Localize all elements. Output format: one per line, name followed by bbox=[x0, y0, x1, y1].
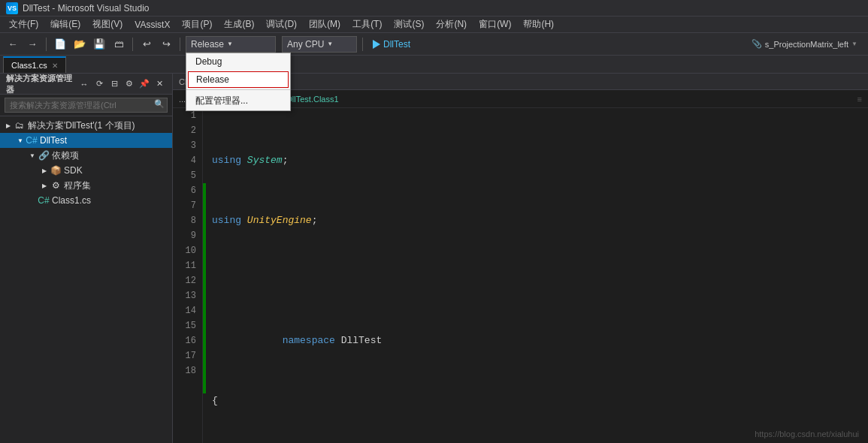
tab-close-button[interactable]: ✕ bbox=[52, 62, 58, 70]
redo-button[interactable]: ↪ bbox=[158, 36, 174, 53]
sidebar-header: 解决方案资源管理器 ↔ ⟳ ⊟ ⚙ 📌 ✕ bbox=[0, 74, 172, 95]
asm-label: 程序集 bbox=[64, 179, 91, 192]
menu-team[interactable]: 团队(M) bbox=[303, 17, 346, 33]
ln-6: 6 bbox=[176, 183, 196, 198]
line-numbers: 1 2 3 4 5 6 7 8 9 10 11 12 13 14 15 16 1… bbox=[173, 108, 203, 443]
menu-file[interactable]: 文件(F) bbox=[3, 17, 44, 33]
asm-icon: ⚙ bbox=[50, 179, 62, 191]
sidebar-search-input[interactable] bbox=[5, 98, 168, 113]
code-editor[interactable]: 1 2 3 4 5 6 7 8 9 10 11 12 13 14 15 16 1… bbox=[173, 108, 868, 443]
project-label: DllTest bbox=[40, 135, 67, 146]
sidebar-props-btn[interactable]: ⚙ bbox=[122, 77, 136, 91]
ln-2: 2 bbox=[176, 123, 196, 138]
class-selector: DllTest.Class1 bbox=[286, 95, 339, 104]
tab-bar: Class1.cs ✕ bbox=[0, 56, 868, 74]
menu-window[interactable]: 窗口(W) bbox=[473, 17, 517, 33]
menu-test[interactable]: 测试(S) bbox=[388, 17, 430, 33]
tree-assemblies[interactable]: ▶ ⚙ 程序集 bbox=[0, 178, 172, 193]
attach-target: s_ProjectionMatrix_left bbox=[765, 40, 848, 49]
code-line-5: { bbox=[212, 393, 862, 408]
save-all-button[interactable]: 🗃 bbox=[110, 36, 127, 53]
project-icon: C# bbox=[26, 134, 38, 146]
platform-select[interactable]: Any CPU ▼ bbox=[282, 36, 357, 53]
ln-16: 16 bbox=[176, 333, 196, 348]
menu-tools[interactable]: 工具(T) bbox=[346, 17, 388, 33]
run-button[interactable]: DllTest bbox=[368, 38, 415, 51]
ln-14: 14 bbox=[176, 303, 196, 318]
save-button[interactable]: 💾 bbox=[91, 36, 107, 53]
menu-view[interactable]: 视图(V) bbox=[86, 17, 129, 33]
sidebar-sync-btn[interactable]: ↔ bbox=[77, 77, 91, 91]
tree-sdk[interactable]: ▶ 📦 SDK bbox=[0, 163, 172, 178]
tab-label: Class1.cs bbox=[11, 61, 47, 70]
menu-edit[interactable]: 编辑(E) bbox=[44, 17, 86, 33]
config-dropdown[interactable]: Release ▼ Debug Release 配置管理器... bbox=[186, 36, 276, 53]
deps-arrow: ▼ bbox=[27, 150, 38, 161]
sidebar-close-btn[interactable]: ✕ bbox=[153, 77, 166, 91]
editor-area: Class1.cs ▶ ...\DllTest\DllTest\Class1.c… bbox=[173, 74, 868, 443]
ln-4: 4 bbox=[176, 153, 196, 168]
ln-5: 5 bbox=[176, 168, 196, 183]
sidebar-pin-btn[interactable]: 📌 bbox=[138, 77, 151, 91]
solution-arrow: ▶ bbox=[3, 120, 14, 131]
tree-class1cs[interactable]: C# Class1.cs bbox=[0, 193, 172, 208]
forward-button[interactable]: → bbox=[24, 36, 41, 53]
title-text: DllTest - Microsoft Visual Studio bbox=[23, 3, 150, 14]
toolbar-sep-1 bbox=[46, 38, 47, 51]
deps-label: 依赖项 bbox=[52, 149, 79, 162]
menu-build[interactable]: 生成(B) bbox=[218, 17, 260, 33]
tree-project-dlltest[interactable]: ▼ C# DllTest bbox=[0, 133, 172, 148]
vs-icon: VS bbox=[6, 2, 18, 14]
menu-project[interactable]: 项目(P) bbox=[176, 17, 218, 33]
config-option-manager[interactable]: 配置管理器... bbox=[186, 92, 290, 110]
menu-bar: 文件(F) 编辑(E) 视图(V) VAssistX 项目(P) 生成(B) 调… bbox=[0, 17, 868, 33]
sidebar-collapse-btn[interactable]: ⊟ bbox=[107, 77, 121, 91]
config-select-btn[interactable]: Release ▼ bbox=[186, 36, 276, 53]
config-option-release[interactable]: Release bbox=[188, 71, 289, 88]
toolbar-sep-4 bbox=[362, 38, 363, 51]
deps-icon: 🔗 bbox=[38, 149, 50, 161]
solution-explorer: 解决方案资源管理器 ↔ ⟳ ⊟ ⚙ 📌 ✕ 🔍 ▶ 🗂 解决方案'DllTest… bbox=[0, 74, 173, 443]
toolbar-sep-3 bbox=[180, 38, 180, 51]
sdk-label: SDK bbox=[64, 165, 83, 176]
tree-deps[interactable]: ▼ 🔗 依赖项 bbox=[0, 148, 172, 163]
cs-icon: C# bbox=[38, 194, 50, 206]
menu-debug[interactable]: 调试(D) bbox=[260, 17, 303, 33]
config-option-debug[interactable]: Debug bbox=[186, 53, 290, 70]
ln-17: 17 bbox=[176, 348, 196, 363]
tab-class1cs[interactable]: Class1.cs ✕ bbox=[3, 56, 66, 73]
solution-icon: 🗂 bbox=[14, 119, 26, 131]
sidebar-toolbar: ↔ ⟳ ⊟ ⚙ 📌 ✕ bbox=[77, 77, 166, 91]
config-dropdown-arrow: ▼ bbox=[227, 41, 233, 47]
sidebar-search-area: 🔍 bbox=[0, 95, 172, 116]
ln-3: 3 bbox=[176, 138, 196, 153]
attach-dropdown-arrow[interactable]: ▼ bbox=[851, 41, 857, 47]
class1cs-label: Class1.cs bbox=[52, 195, 91, 206]
ln-13: 13 bbox=[176, 288, 196, 303]
solution-label: 解决方案'DllTest'(1 个项目) bbox=[28, 119, 135, 132]
asm-arrow: ▶ bbox=[39, 180, 50, 191]
new-project-button[interactable]: 📄 bbox=[52, 36, 68, 53]
sdk-icon: 📦 bbox=[50, 164, 62, 176]
code-line-2: using UnityEngine; bbox=[212, 213, 862, 228]
back-button[interactable]: ← bbox=[5, 36, 21, 53]
menu-analyze[interactable]: 分析(N) bbox=[430, 17, 473, 33]
menu-help[interactable]: 帮助(H) bbox=[517, 17, 560, 33]
kw-namespace: namespace bbox=[283, 333, 335, 348]
tree-solution[interactable]: ▶ 🗂 解决方案'DllTest'(1 个项目) bbox=[0, 118, 172, 133]
code-line-4: ⊟ namespace DllTest bbox=[212, 333, 862, 348]
config-current-value: Release bbox=[191, 39, 224, 50]
ln-7: 7 bbox=[176, 198, 196, 213]
platform-current-value: Any CPU bbox=[287, 39, 324, 50]
sidebar-refresh-btn[interactable]: ⟳ bbox=[92, 77, 106, 91]
open-button[interactable]: 📂 bbox=[71, 36, 88, 53]
watermark: https://blog.csdn.net/xialuhui bbox=[755, 429, 859, 438]
code-content[interactable]: using System; using UnityEngine; ⊟ names… bbox=[206, 108, 868, 443]
kw-using-1: using bbox=[212, 153, 241, 168]
sdk-arrow: ▶ bbox=[39, 165, 50, 176]
code-line-3 bbox=[212, 273, 862, 288]
menu-vassistx[interactable]: VAssistX bbox=[129, 17, 176, 33]
ln-12: 12 bbox=[176, 273, 196, 288]
undo-button[interactable]: ↩ bbox=[138, 36, 155, 53]
code-line-1: using System; bbox=[212, 153, 862, 168]
